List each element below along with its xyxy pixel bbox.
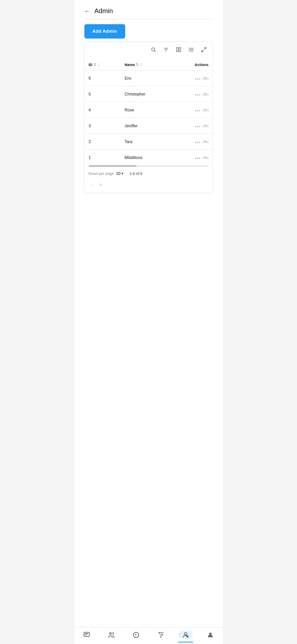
page-header: ← Admin — [74, 0, 223, 19]
action-dots-btn[interactable] — [195, 78, 200, 80]
scroll-indicator[interactable] — [89, 166, 209, 167]
cell-id: 5 — [85, 86, 121, 102]
bottom-nav: ₹ — [74, 627, 223, 644]
page-title: Admin — [94, 7, 113, 15]
action-bars — [203, 124, 209, 127]
col-id-header: ID ⇅ ⋮ — [85, 59, 121, 71]
svg-point-23 — [160, 636, 161, 638]
data-table: ID ⇅ ⋮ Name ⇅ ⋮ Actions — [85, 59, 213, 166]
action-bars — [203, 108, 209, 111]
fullscreen-icon — [201, 47, 207, 52]
page-info: 1-6 of 6 — [129, 171, 142, 176]
admin-icon — [179, 631, 193, 639]
action-dots-btn[interactable] — [195, 158, 200, 159]
nav-item-admin[interactable] — [173, 631, 198, 639]
pagination-row: Rows per page 10 ▾ 1-6 of 6 — [85, 167, 213, 179]
table-card: ID ⇅ ⋮ Name ⇅ ⋮ Actions — [84, 42, 213, 193]
nav-item-users[interactable] — [99, 631, 124, 639]
back-button[interactable]: ← — [84, 8, 90, 15]
cell-name: Rose — [120, 102, 173, 118]
id-col-menu-icon[interactable]: ⋮ — [97, 63, 101, 67]
svg-rect-12 — [84, 632, 89, 636]
filter-button[interactable] — [162, 46, 170, 55]
nav-item-rupee[interactable]: ₹ — [124, 631, 148, 639]
search-icon — [151, 47, 156, 52]
table-row: 5Christopher — [85, 86, 213, 102]
action-bars — [203, 156, 209, 159]
cell-actions — [173, 102, 212, 118]
cell-actions — [173, 86, 212, 102]
nav-item-chat[interactable] — [74, 631, 99, 639]
svg-point-28 — [209, 633, 212, 635]
cell-name: Milaliltova — [120, 150, 173, 166]
menu-icon — [188, 47, 194, 52]
action-dots-btn[interactable] — [195, 142, 200, 143]
profile-icon — [206, 631, 214, 639]
fullscreen-button[interactable] — [200, 46, 208, 55]
svg-point-22 — [162, 634, 163, 636]
cell-actions — [173, 71, 212, 86]
svg-rect-5 — [176, 48, 178, 52]
pagination-nav: ‹ › — [85, 179, 213, 193]
action-bars — [203, 77, 209, 80]
cell-actions — [173, 118, 212, 134]
table-row: 1Milaliltova — [85, 150, 213, 166]
table-row: 6Eric — [85, 71, 213, 86]
table-header: ID ⇅ ⋮ Name ⇅ ⋮ Actions — [85, 59, 213, 71]
rows-per-page-dropdown[interactable]: ▾ — [120, 171, 124, 176]
col-actions-header: Actions — [173, 59, 212, 71]
rupee-icon: ₹ — [132, 631, 140, 639]
rows-per-page-value: 10 — [116, 171, 120, 176]
table-body: 6Eric 5Christopher — [85, 71, 213, 166]
scroll-thumb — [89, 166, 137, 167]
name-col-menu-icon[interactable]: ⋮ — [140, 63, 143, 67]
svg-point-24 — [184, 633, 187, 635]
table-row: 3Jeniffer — [85, 118, 213, 134]
rows-per-page-label: Rows per page — [89, 171, 114, 176]
cell-id: 1 — [85, 150, 121, 166]
svg-rect-6 — [179, 48, 180, 52]
nav-item-settings[interactable] — [148, 631, 173, 639]
search-button[interactable] — [150, 46, 157, 55]
action-dots-btn[interactable] — [195, 110, 200, 111]
cell-name: Christopher — [120, 86, 173, 102]
chat-icon — [83, 631, 91, 639]
next-page-button[interactable]: › — [97, 180, 104, 189]
menu-button[interactable] — [187, 46, 195, 55]
filter-icon — [163, 47, 169, 52]
table-toolbar — [85, 42, 213, 59]
add-admin-button[interactable]: Add Admin — [84, 24, 125, 39]
cell-actions — [173, 134, 212, 150]
action-bars — [203, 92, 209, 95]
action-dots-btn[interactable] — [195, 94, 200, 95]
cell-name: Tara — [120, 134, 173, 150]
cell-id: 6 — [85, 71, 121, 86]
table-row: 2Tara — [85, 134, 213, 150]
name-sort-icon[interactable]: ⇅ — [136, 63, 139, 67]
cell-id: 3 — [85, 118, 121, 134]
svg-point-21 — [159, 632, 160, 634]
cell-name: Jeniffer — [120, 118, 173, 134]
cell-id: 2 — [85, 134, 121, 150]
prev-page-button[interactable]: ‹ — [89, 180, 95, 189]
columns-icon — [176, 47, 181, 52]
nav-item-profile[interactable] — [198, 631, 223, 639]
cell-name: Eric — [120, 71, 173, 86]
action-bars — [203, 140, 209, 143]
svg-text:₹: ₹ — [135, 634, 137, 637]
cell-id: 4 — [85, 102, 121, 118]
svg-line-1 — [154, 51, 155, 52]
table-row: 4Rose — [85, 102, 213, 118]
add-admin-section: Add Admin — [74, 19, 223, 42]
settings-filter-icon — [157, 631, 165, 639]
users-icon — [107, 631, 115, 639]
id-sort-icon[interactable]: ⇅ — [93, 63, 96, 67]
cell-actions — [173, 150, 212, 166]
action-dots-btn[interactable] — [195, 126, 200, 127]
col-name-header: Name ⇅ ⋮ — [120, 59, 173, 71]
columns-button[interactable] — [175, 46, 182, 55]
svg-point-15 — [110, 633, 111, 634]
